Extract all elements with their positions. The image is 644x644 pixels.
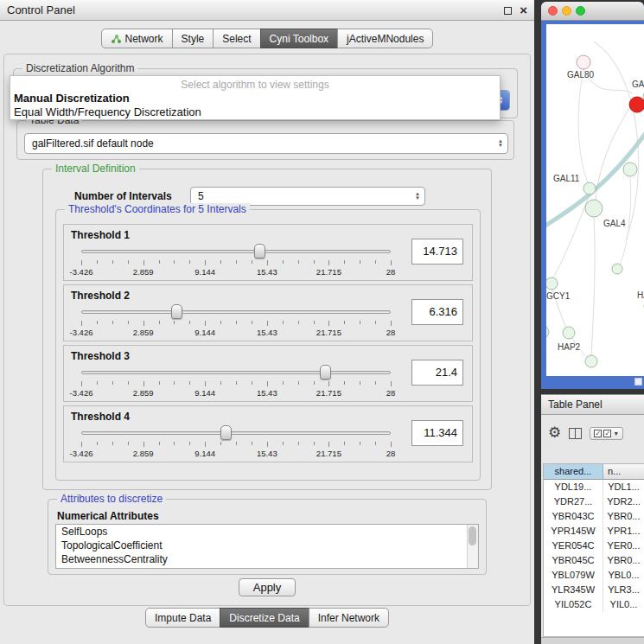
threshold-label: Threshold 1 [71, 229, 130, 241]
network-node[interactable] [623, 163, 637, 176]
table-row[interactable]: YBL079WYBL0... [544, 568, 644, 583]
table-row[interactable]: YIL052CYIL0... [544, 597, 644, 612]
number-of-intervals-label: Number of Intervals [74, 190, 172, 202]
vertical-scrollbar[interactable] [467, 525, 478, 568]
slider-tick [360, 381, 360, 385]
bottom-tab-impute-data[interactable]: Impute Data [145, 608, 220, 628]
table-row[interactable]: YDR27...YDR2... [544, 494, 644, 509]
network-edge[interactable] [591, 217, 595, 355]
algorithm-dropdown-popup: Select algorithm to view settings Manual… [10, 75, 501, 120]
threshold-label: Threshold 4 [71, 411, 130, 423]
bottom-tab-infer-network[interactable]: Infer Network [309, 608, 389, 628]
table-row[interactable]: YER054CYER0... [544, 539, 644, 553]
slider-track [81, 371, 391, 374]
slider-tick [128, 260, 129, 264]
axis-tick-label: 2.859 [133, 449, 154, 458]
slider-tick [112, 442, 113, 445]
slider-thumb[interactable] [254, 244, 265, 258]
scrollbar-thumb[interactable] [469, 526, 476, 545]
algorithm-option[interactable]: Manual Discretization [10, 92, 500, 105]
tab-jactivemnodules[interactable]: jActiveMNodules [337, 29, 433, 48]
tab-network[interactable]: Network [101, 29, 173, 48]
float-window-icon[interactable] [504, 7, 512, 15]
slider-tick [375, 260, 376, 264]
combo-arrows-icon: ▲▼ [494, 139, 507, 148]
network-node[interactable] [546, 326, 549, 338]
column-visibility-button[interactable]: ✓ ✓ ▼ [590, 427, 623, 440]
slider-thumb[interactable] [320, 365, 331, 379]
cell-shared-name: YIL052C [544, 597, 603, 612]
slider-tick [189, 321, 190, 324]
cell-shared-name: YER054C [544, 539, 603, 553]
axis-tick-label: 9.144 [194, 267, 215, 277]
network-node-label: GAL11 [553, 174, 580, 183]
popup-items: Manual DiscretizationEqual Width/Frequen… [10, 92, 500, 119]
table-row[interactable]: YLR345WYLR3... [544, 583, 644, 597]
algorithm-option[interactable]: Equal Width/Frequency Discretization [10, 105, 500, 119]
slider-tick [375, 442, 376, 445]
threshold-value-box[interactable]: 11.344 [411, 420, 463, 446]
network-canvas[interactable]: GAL80GAL7GAL11GAL4GCY1HAP4HAP2 [546, 24, 644, 376]
minimize-traffic-light-icon[interactable] [562, 6, 571, 16]
interval-definition-title: Interval Definition [52, 163, 139, 175]
attribute-list-item[interactable]: BetweennessCentrality [56, 552, 478, 566]
gear-icon[interactable]: ⚙ [548, 425, 561, 441]
close-traffic-light-icon[interactable] [548, 6, 558, 16]
slider-thumb[interactable] [171, 304, 182, 319]
attribute-list-item[interactable]: SelfLoops [56, 525, 478, 539]
slider-tick [328, 260, 329, 265]
columns-icon[interactable] [569, 428, 582, 439]
slider-tick [112, 260, 113, 264]
table-panel-bottom-bar [541, 637, 644, 644]
slider-tick [344, 260, 345, 264]
network-node[interactable] [546, 277, 558, 290]
slider-tick [189, 260, 190, 264]
tab-style[interactable]: Style [172, 29, 214, 48]
attribute-list-item[interactable]: TopologicalCoefficient [56, 539, 478, 552]
close-icon[interactable]: × [520, 3, 527, 16]
slider-thumb[interactable] [220, 425, 232, 440]
network-edge[interactable] [578, 69, 588, 183]
attributes-listbox[interactable]: SelfLoopsTopologicalCoefficientBetweenne… [55, 524, 479, 569]
network-node[interactable] [612, 264, 622, 274]
tab-cyni-toolbox[interactable]: Cyni Toolbox [260, 29, 338, 48]
tab-select[interactable]: Select [213, 29, 260, 48]
birdseye-toggle[interactable] [634, 378, 642, 386]
tab-label: Infer Network [318, 612, 379, 624]
table-row[interactable]: YPR145WYPR1... [544, 524, 644, 539]
threshold-slider[interactable]: -3.4262.8599.14415.4321.71528 [81, 365, 391, 399]
table-row[interactable]: YBR045CYBR0... [544, 553, 644, 568]
axis-tick-label: -3.426 [70, 388, 93, 398]
slider-tick [205, 260, 206, 265]
network-node[interactable] [585, 200, 603, 217]
table-data-combo[interactable]: galFiltered.sif default node ▲▼ [24, 133, 508, 154]
column-header-name[interactable]: n... [603, 464, 644, 479]
network-node-label: GCY1 [546, 291, 571, 301]
threshold-value-box[interactable]: 14.713 [411, 239, 463, 265]
slider-tick [143, 381, 144, 386]
table-row[interactable]: YDL19...YDL1... [544, 480, 644, 494]
slider-tick [205, 442, 206, 447]
threshold-slider[interactable]: -3.4262.8599.14415.4321.71528 [81, 244, 391, 278]
threshold-value-box[interactable]: 6.316 [411, 299, 463, 325]
threshold-slider[interactable]: -3.4262.8599.14415.4321.71528 [81, 304, 391, 339]
threshold-value-box[interactable]: 21.4 [411, 360, 463, 386]
network-node[interactable] [583, 182, 596, 194]
axis-tick-label: 21.715 [316, 328, 341, 337]
tab-label: Network [125, 33, 163, 45]
network-node[interactable] [585, 355, 597, 367]
column-header-shared-name[interactable]: shared... [544, 464, 603, 479]
threshold-slider[interactable]: -3.4262.8599.14415.4321.71528 [81, 425, 391, 460]
table-row[interactable]: YBR043CYBR0... [544, 509, 644, 524]
network-node[interactable] [629, 97, 644, 112]
apply-button[interactable]: Apply [239, 578, 296, 596]
cell-name: YBL0... [603, 568, 644, 583]
slider-tick [283, 381, 284, 385]
bottom-tab-discretize-data[interactable]: Discretize Data [220, 608, 309, 628]
axis-tick-label: 28 [386, 449, 396, 458]
network-node[interactable] [563, 327, 575, 339]
cell-shared-name: YBR043C [544, 509, 603, 524]
axis-tick-label: 15.43 [257, 388, 277, 398]
network-node[interactable] [577, 55, 590, 69]
zoom-traffic-light-icon[interactable] [576, 6, 585, 16]
